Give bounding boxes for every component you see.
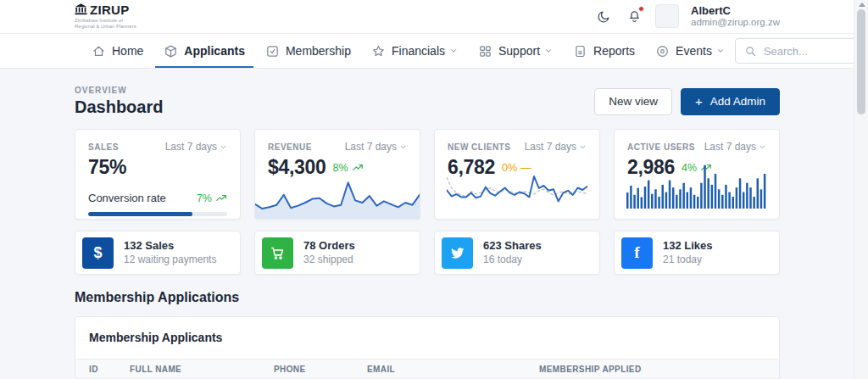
search-icon [744, 45, 757, 58]
orders-summary-title: 78 Orders [303, 239, 355, 253]
chevron-down-icon [544, 47, 553, 55]
add-admin-label: Add Admin [710, 95, 765, 108]
nav-label: Support [498, 44, 540, 58]
nav-item-membership[interactable]: Membership [255, 34, 361, 68]
main-content: Overview Dashboard New view + Add Admin … [0, 86, 868, 379]
page-eyebrow: Overview [75, 86, 163, 95]
trending-up-icon [215, 192, 227, 204]
shares-summary-subtitle: 16 today [483, 254, 542, 266]
clients-line-chart [447, 170, 587, 210]
report-file-icon [573, 44, 587, 59]
user-email: admin@zirup.org.zw [691, 17, 780, 29]
conversion-progress-fill [88, 212, 192, 216]
stat-cards-row: Sales Last 7 days 75% Conversion rate 7% [75, 129, 780, 220]
avatar[interactable] [655, 4, 679, 28]
dollar-icon: $ [82, 237, 114, 269]
conversion-rate-label: Conversion rate [88, 192, 166, 204]
facebook-icon: f [621, 237, 653, 269]
plus-icon: + [695, 95, 703, 108]
add-admin-button[interactable]: + Add Admin [681, 88, 780, 115]
package-icon [164, 44, 178, 59]
chevron-down-icon [716, 47, 725, 55]
page-title: Dashboard [75, 98, 163, 117]
main-nav: Home Applicants Membership Financials Su… [0, 34, 868, 69]
shares-summary-card: 623 Shares 16 today [434, 231, 600, 275]
brand-tagline-line1: Zimbabwe Institute of [75, 18, 136, 25]
grid-icon [478, 44, 492, 59]
shares-summary-title: 623 Shares [483, 239, 542, 253]
scroll-up-arrow-icon[interactable] [859, 3, 865, 7]
page-header: Overview Dashboard New view + Add Admin [75, 86, 780, 117]
sales-value: 75% [88, 156, 126, 179]
nav-item-home[interactable]: Home [81, 34, 153, 68]
sales-card: Sales Last 7 days 75% Conversion rate 7% [75, 129, 241, 220]
sales-summary-card: $ 132 Sales 12 waiting payments [75, 231, 241, 275]
conversion-progress [88, 212, 227, 216]
likes-summary-subtitle: 21 today [663, 254, 713, 266]
column-header-membership-applied[interactable]: MEMBERSHIP APPLIED [539, 365, 765, 374]
new-view-button[interactable]: New view [594, 88, 672, 115]
new-clients-card: New clients Last 7 days 6,782 0% — [434, 129, 600, 220]
sales-summary-subtitle: 12 waiting payments [124, 254, 216, 266]
column-header-full-name[interactable]: FULL NAME [130, 365, 274, 374]
column-header-email[interactable]: EMAIL [367, 365, 539, 374]
brand-name: ZIRUP [90, 3, 130, 16]
user-menu[interactable]: AlbertC admin@zirup.org.zw [691, 4, 780, 29]
chevron-down-icon [220, 143, 227, 151]
revenue-period-dropdown[interactable]: Last 7 days [345, 141, 407, 153]
nav-label: Applicants [184, 44, 245, 58]
membership-applications-heading: Membership Applications [75, 290, 780, 305]
notifications-button[interactable] [625, 7, 643, 25]
scrollbar-thumb[interactable] [857, 9, 865, 114]
active-users-card-label: Active users [627, 142, 695, 152]
nav-item-financials[interactable]: Financials [361, 34, 468, 68]
chevron-down-icon [759, 143, 766, 151]
orders-summary-subtitle: 32 shipped [303, 254, 355, 266]
notification-badge [638, 6, 644, 12]
moon-icon [597, 9, 611, 24]
active-users-period-dropdown[interactable]: Last 7 days [704, 141, 766, 153]
chevron-down-icon [399, 143, 407, 151]
column-header-id[interactable]: ID [89, 365, 130, 374]
checkbox-icon [265, 44, 280, 59]
nav-label: Reports [593, 44, 635, 58]
nav-label: Events [676, 44, 712, 58]
top-bar: ZIRUP Zimbabwe Institute of Regional & U… [0, 0, 868, 34]
brand-logo[interactable]: ZIRUP Zimbabwe Institute of Regional & U… [75, 3, 136, 31]
star-icon [371, 44, 386, 59]
trending-up-icon [352, 162, 364, 174]
sales-summary-title: 132 Sales [124, 239, 216, 253]
table-header-row: ID FULL NAME PHONE EMAIL MEMBERSHIP APPL… [75, 359, 779, 379]
nav-label: Financials [392, 44, 445, 58]
cart-icon [262, 237, 293, 269]
new-clients-period-dropdown[interactable]: Last 7 days [525, 141, 587, 153]
search-input[interactable] [764, 45, 868, 58]
nav-label: Membership [286, 44, 351, 58]
nav-item-support[interactable]: Support [468, 34, 563, 68]
sales-period-dropdown[interactable]: Last 7 days [165, 141, 227, 153]
dark-mode-toggle[interactable] [594, 7, 613, 25]
nav-item-reports[interactable]: Reports [563, 34, 645, 68]
brand-tagline-line2: Regional & Urban Planners [75, 24, 136, 31]
nav-label: Home [112, 44, 143, 58]
home-icon [92, 44, 106, 59]
revenue-delta: 8% [333, 162, 364, 174]
twitter-icon [442, 237, 473, 269]
revenue-card: Revenue Last 7 days $4,300 8% [254, 129, 420, 220]
search-box[interactable] [735, 38, 868, 64]
column-header-phone[interactable]: PHONE [274, 365, 367, 374]
conversion-delta: 7% [197, 192, 227, 204]
chevron-down-icon [449, 47, 458, 55]
new-clients-card-label: New clients [448, 142, 510, 152]
revenue-card-label: Revenue [268, 142, 312, 152]
revenue-sparkline [255, 175, 420, 219]
building-icon [75, 3, 87, 15]
nav-item-applicants[interactable]: Applicants [153, 34, 255, 68]
page-scrollbar[interactable] [854, 0, 868, 379]
active-users-bar-chart [626, 161, 767, 209]
active-users-card: Active users Last 7 days 2,986 4% [614, 129, 780, 220]
nav-item-events[interactable]: Events [645, 34, 735, 68]
likes-summary-title: 132 Likes [663, 239, 713, 253]
new-view-label: New view [609, 95, 658, 108]
orders-summary-card: 78 Orders 32 shipped [254, 231, 420, 275]
